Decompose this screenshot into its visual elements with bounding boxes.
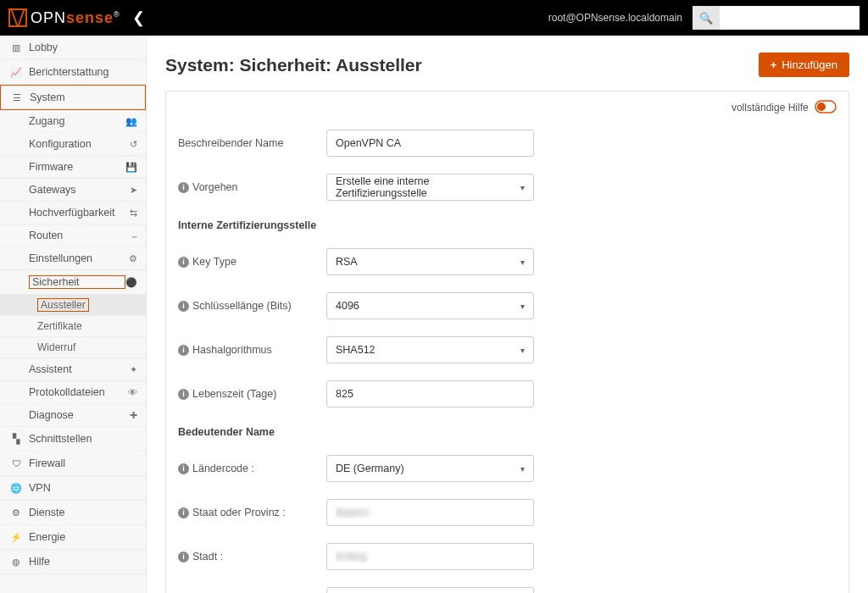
info-icon[interactable]: i	[178, 301, 189, 312]
sidebar-item-reporting[interactable]: 📈Berichterstattung	[0, 60, 146, 85]
form-panel: vollständige Hilfe Beschreibender Name i…	[165, 91, 849, 593]
method-select[interactable]: Erstelle eine interne Zertifizierungsste…	[326, 174, 534, 201]
sidebar-item-lobby[interactable]: ▥Lobby	[0, 36, 146, 60]
sidebar-item-gateways[interactable]: Gateways➤	[0, 179, 146, 202]
full-help-toggle[interactable]	[815, 100, 837, 116]
info-icon[interactable]: i	[178, 345, 189, 356]
sidebar-item-zertifikate[interactable]: Zertifikate	[0, 316, 146, 337]
sidebar-item-aussteller[interactable]: Aussteller	[0, 295, 146, 316]
city-input[interactable]	[326, 543, 534, 570]
brand-text: OPNsense®	[31, 9, 120, 27]
hash-select[interactable]: SHA512▾	[326, 336, 534, 363]
bolt-icon: ⚡	[10, 532, 22, 543]
crossroads-icon: ⌣	[131, 230, 137, 241]
shield-icon: 🛡	[10, 458, 22, 468]
lifetime-input[interactable]	[326, 380, 534, 407]
hourglass-icon	[8, 8, 27, 27]
network-icon: ▚	[10, 434, 22, 445]
monitor-icon: ▥	[10, 42, 22, 53]
info-icon[interactable]: i	[178, 257, 189, 268]
sidebar-item-sicherheit[interactable]: Sicherheit⚫	[0, 270, 146, 295]
chevron-down-icon: ▾	[520, 258, 525, 267]
user-host: root@OPNsense.localdomain	[548, 12, 682, 24]
sidebar-item-firewall[interactable]: 🛡Firewall	[0, 452, 146, 476]
list-icon: ☰	[11, 92, 23, 103]
sidebar-item-dienste[interactable]: ⚙Dienste	[0, 501, 146, 525]
users-icon: 👥	[125, 116, 137, 127]
chevron-down-icon: ▾	[520, 346, 525, 355]
sidebar-item-routen[interactable]: Routen⌣	[0, 224, 146, 247]
sidebar-item-firmware[interactable]: Firmware💾	[0, 156, 146, 179]
brand-logo[interactable]: OPNsense®	[8, 8, 120, 27]
svg-point-1	[817, 103, 826, 111]
sidebar-item-vpn[interactable]: 🌐VPN	[0, 476, 146, 501]
keytype-select[interactable]: RSA▾	[326, 248, 534, 275]
chevron-down-icon: ▾	[520, 302, 525, 311]
info-icon[interactable]: i	[178, 389, 189, 400]
sidebar-item-hilfe[interactable]: ◍Hilfe	[0, 550, 146, 574]
sidebar-item-assistent[interactable]: Assistent✦	[0, 358, 146, 381]
sidebar-item-system[interactable]: ☰System	[0, 85, 146, 110]
city-label: iStadt :	[178, 551, 326, 563]
lifering-icon: ◍	[10, 557, 22, 568]
page-title: System: Sicherheit: Aussteller	[165, 55, 422, 75]
sidebar-item-energie[interactable]: ⚡Energie	[0, 525, 146, 550]
topbar: OPNsense® ❮ root@OPNsense.localdomain 🔍	[0, 0, 868, 36]
medal-icon: ⚫	[125, 277, 137, 288]
info-icon[interactable]: i	[178, 463, 189, 474]
keylen-label: iSchlüssellänge (Bits)	[178, 300, 326, 312]
sidebar-item-konfiguration[interactable]: Konfiguration↺	[0, 133, 146, 156]
history-icon: ↺	[130, 139, 137, 150]
section-internal-ca: Interne Zertifizierungsstelle	[166, 209, 849, 240]
sidebar-item-einstellungen[interactable]: Einstellungen⚙	[0, 247, 146, 270]
add-button[interactable]: +Hinzufügen	[759, 53, 849, 77]
sidebar-collapse-icon[interactable]: ❮	[132, 8, 145, 27]
search-input[interactable]	[720, 6, 860, 30]
state-label: iStaat oder Provinz :	[178, 507, 326, 518]
chevron-down-icon: ▾	[520, 464, 525, 474]
refresh-icon: ⇆	[130, 208, 137, 219]
globe-icon: 🌐	[10, 483, 22, 494]
keytype-label: iKey Type	[178, 256, 326, 268]
sidebar-item-zugang[interactable]: Zugang👥	[0, 110, 146, 133]
country-label: iLändercode :	[178, 463, 326, 474]
lifetime-label: iLebenszeit (Tage)	[178, 388, 326, 400]
medkit-icon: ✚	[130, 410, 137, 421]
search-button[interactable]: 🔍	[693, 6, 720, 30]
chart-icon: 📈	[10, 67, 22, 78]
hash-label: iHashalgorithmus	[178, 344, 326, 356]
full-help-row: vollständige Hilfe	[166, 91, 849, 121]
country-select[interactable]: DE (Germany)▾	[326, 455, 534, 482]
info-icon[interactable]: i	[178, 182, 189, 193]
org-input[interactable]	[326, 587, 534, 593]
main-content: System: Sicherheit: Aussteller +Hinzufüg…	[147, 36, 868, 593]
eye-icon: 👁	[128, 387, 137, 397]
search-icon: 🔍	[699, 12, 713, 25]
location-icon: ➤	[130, 185, 137, 196]
full-help-label: vollständige Hilfe	[732, 102, 809, 114]
sidebar-item-diagnose[interactable]: Diagnose✚	[0, 404, 146, 427]
save-icon: 💾	[125, 162, 137, 173]
plus-icon: +	[771, 58, 777, 71]
sidebar-item-protokolldateien[interactable]: Protokolldateien👁	[0, 381, 146, 404]
method-label: iVorgehen	[178, 181, 326, 193]
info-icon[interactable]: i	[178, 551, 189, 563]
sidebar-item-hochverfuegbarkeit[interactable]: Hochverfügbarkeit⇆	[0, 202, 146, 224]
section-distinguished-name: Bedeutender Name	[166, 416, 849, 446]
wand-icon: ✦	[130, 364, 137, 375]
info-icon[interactable]: i	[178, 507, 189, 518]
chevron-down-icon: ▾	[520, 183, 525, 192]
gear-icon: ⚙	[10, 507, 22, 518]
keylen-select[interactable]: 4096▾	[326, 292, 534, 319]
descr-input[interactable]	[326, 130, 534, 157]
sidebar-item-widerruf[interactable]: Widerruf	[0, 337, 146, 358]
sidebar-item-schnittstellen[interactable]: ▚Schnittstellen	[0, 427, 146, 452]
sliders-icon: ⚙	[129, 253, 137, 264]
sidebar: ▥Lobby 📈Berichterstattung ☰System Zugang…	[0, 36, 147, 593]
state-input[interactable]	[326, 499, 534, 526]
descr-label: Beschreibender Name	[178, 137, 326, 149]
